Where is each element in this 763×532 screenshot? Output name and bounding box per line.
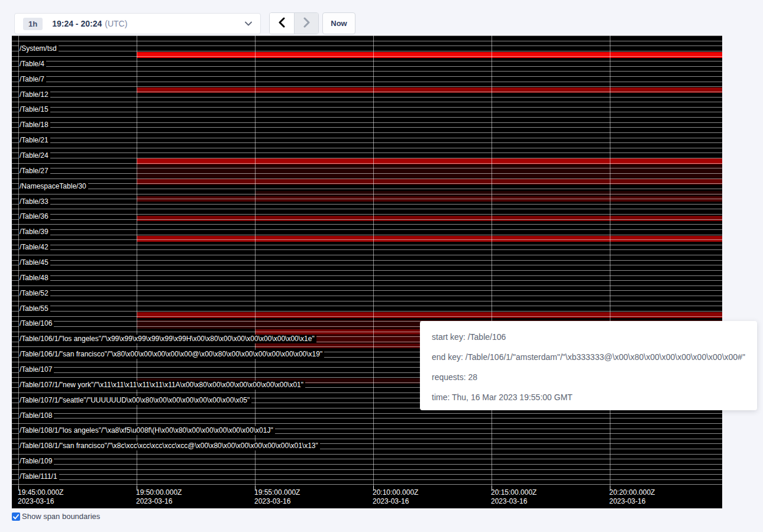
span-boundaries-control: Show span boundaries: [12, 512, 100, 521]
axis-tick-label: 19:50:00.000Z2023-03-16: [136, 488, 182, 506]
tick-time: 20:15:00.000Z: [491, 488, 536, 497]
chevron-down-icon: [245, 21, 252, 26]
key-label: /NamespaceTable/30: [19, 182, 88, 191]
hot-range-band[interactable]: [137, 158, 722, 164]
tick-time: 20:10:00.000Z: [373, 488, 418, 497]
next-range-button[interactable]: [294, 13, 318, 34]
key-label: /Table/15: [19, 105, 50, 114]
key-label: /Table/107/1/"new york"/"\x11\x11\x11\x1…: [19, 381, 305, 390]
range-tooltip: start key: /Table/106end key: /Table/106…: [420, 321, 757, 410]
key-label: /Table/111/1: [19, 472, 59, 481]
hot-range-band[interactable]: [137, 165, 722, 178]
tick-date: 2023-03-16: [609, 497, 655, 506]
key-label: /Table/55: [19, 304, 50, 313]
tick-date: 2023-03-16: [136, 497, 182, 506]
key-label: /Table/7: [19, 75, 46, 84]
axis-tick-label: 19:45:00.000Z2023-03-16: [18, 488, 63, 506]
key-label: /Table/108/1/"los angeles"/"\xa8\xf5\u00…: [19, 426, 275, 435]
key-label: /Table/106: [19, 319, 54, 328]
tick-time: 19:55:00.000Z: [254, 488, 300, 497]
hot-range-band[interactable]: [137, 312, 722, 318]
key-label: /Table/42: [19, 243, 50, 252]
time-gridline: [137, 35, 137, 486]
key-label: /Table/108/1/"san francisco"/"\x8c\xcc\x…: [19, 442, 320, 450]
time-gridline: [492, 35, 492, 486]
key-label: /System/tsd: [19, 44, 59, 53]
hot-range-band[interactable]: [137, 236, 722, 242]
key-label: /Table/39: [19, 228, 50, 236]
tick-date: 2023-03-16: [373, 497, 418, 506]
time-nav-group: [269, 12, 319, 34]
hot-range-band[interactable]: [137, 179, 722, 184]
key-label: /Table/108: [19, 411, 54, 420]
tick-time: 20:20:00.000Z: [609, 488, 655, 497]
checkmark-icon: [13, 511, 19, 522]
prev-range-button[interactable]: [270, 13, 294, 34]
time-gridline: [373, 35, 374, 486]
key-label: /Table/33: [19, 197, 50, 206]
key-label: /Table/45: [19, 258, 50, 267]
key-visualizer-heatmap[interactable]: /System/tsd/Table/4/Table/7/Table/12/Tab…: [12, 35, 722, 508]
hot-range-band[interactable]: [137, 52, 722, 58]
time-gridline: [255, 35, 256, 486]
hot-range-band[interactable]: [137, 87, 722, 93]
key-label: /Table/106/1/"san francisco"/"\x80\x00\x…: [19, 350, 324, 359]
tooltip-line: end key: /Table/106/1/"amsterdam"/"\xb33…: [432, 347, 745, 367]
key-label: /Table/109: [19, 457, 54, 466]
key-label: /Table/4: [19, 60, 46, 69]
tick-time: 19:50:00.000Z: [136, 488, 182, 497]
tick-date: 2023-03-16: [18, 497, 63, 506]
time-range-selector[interactable]: 1h 19:24 - 20:24 (UTC): [14, 13, 261, 34]
range-text: 19:24 - 20:24: [52, 19, 102, 28]
range-timezone: (UTC): [105, 19, 127, 28]
show-span-boundaries-label[interactable]: Show span boundaries: [22, 512, 100, 521]
key-label: /Table/27: [19, 167, 50, 176]
key-label: /Table/107/1/"seattle"/"UUUUUUD\x00\x80\…: [19, 396, 251, 405]
tooltip-line: start key: /Table/106: [432, 327, 745, 347]
axis-tick-label: 19:55:00.000Z2023-03-16: [254, 488, 300, 506]
range-duration-badge: 1h: [23, 18, 43, 30]
tooltip-line: time: Thu, 16 Mar 2023 19:55:00 GMT: [432, 387, 745, 407]
key-label: /Table/21: [19, 136, 50, 145]
key-visualizer-page: 1h 19:24 - 20:24 (UTC) Now /System/tsd/T…: [0, 0, 763, 532]
tick-date: 2023-03-16: [491, 497, 536, 506]
key-label: /Table/107: [19, 365, 54, 374]
axis-tick-label: 20:15:00.000Z2023-03-16: [491, 488, 536, 506]
heatmap-plot-area[interactable]: /System/tsd/Table/4/Table/7/Table/12/Tab…: [12, 35, 722, 486]
hot-range-band[interactable]: [255, 191, 722, 196]
chevron-left-icon: [278, 17, 286, 30]
hot-range-band[interactable]: [137, 196, 722, 202]
axis-tick-label: 20:20:00.000Z2023-03-16: [609, 488, 655, 506]
key-label: /Table/24: [19, 151, 50, 160]
show-span-boundaries-checkbox[interactable]: [12, 512, 20, 521]
tooltip-line: requests: 28: [432, 367, 745, 387]
key-label: /Table/52: [19, 289, 50, 298]
now-button[interactable]: Now: [322, 12, 355, 34]
key-label: /Table/12: [19, 90, 50, 99]
tick-time: 19:45:00.000Z: [18, 488, 63, 497]
chevron-right-icon: [303, 17, 311, 30]
key-label: /Table/36: [19, 212, 50, 221]
key-label: /Table/106/1/"los angeles"/"\x99\x99\x99…: [19, 335, 316, 343]
axis-tick-label: 20:10:00.000Z2023-03-16: [373, 488, 418, 506]
hot-range-band[interactable]: [137, 216, 722, 221]
tick-date: 2023-03-16: [254, 497, 300, 506]
span-boundary-lines: [12, 35, 722, 486]
key-label: /Table/48: [19, 274, 50, 283]
time-gridline: [610, 35, 610, 486]
key-label: /Table/18: [19, 121, 50, 129]
